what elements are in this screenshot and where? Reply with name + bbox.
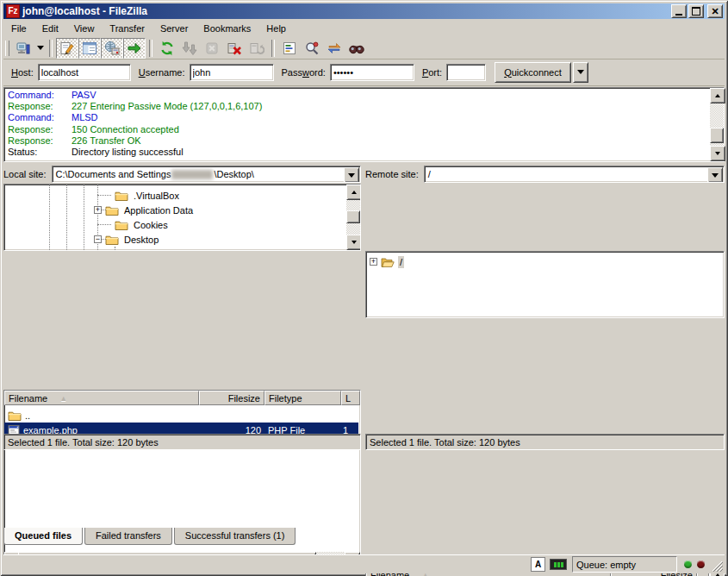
tab-successful-transfers[interactable]: Successful transfers (1)	[174, 528, 296, 545]
site-manager-icon	[16, 41, 31, 56]
tree-item-virtualbox[interactable]: .VirtualBox	[111, 188, 181, 203]
title-bar[interactable]: Fz john@localhost - FileZilla ✕	[3, 3, 725, 19]
directory-comparison-button[interactable]	[301, 38, 323, 59]
menu-bookmarks[interactable]: Bookmarks	[196, 21, 258, 36]
toggle-local-treeview-button[interactable]	[78, 38, 101, 59]
reconnect-icon	[249, 41, 264, 56]
process-queue-button[interactable]	[178, 38, 201, 59]
menu-file[interactable]: File	[3, 21, 34, 36]
disconnect-button[interactable]	[223, 38, 246, 59]
scroll-up-button[interactable]	[346, 185, 361, 200]
tree-item-application-data[interactable]: + Application Data	[94, 203, 195, 217]
minimize-button[interactable]	[671, 4, 687, 18]
refresh-button[interactable]	[156, 38, 178, 59]
collapse-icon[interactable]: −	[94, 235, 102, 243]
file-row-parent-dir[interactable]: ..	[4, 408, 358, 423]
tree-item-cookies[interactable]: Cookies	[111, 217, 170, 232]
quickconnect-dropdown-button[interactable]	[573, 62, 588, 83]
filezilla-window: Fz john@localhost - FileZilla ✕ File Edi…	[0, 0, 728, 576]
close-icon: ✕	[711, 7, 719, 16]
transfer-type-indicator-icon[interactable]: A	[531, 557, 545, 572]
quickconnect-button[interactable]: Quickconnect	[495, 62, 571, 83]
scroll-down-button[interactable]	[710, 146, 725, 161]
menu-view[interactable]: View	[66, 21, 103, 36]
toolbar-separator	[49, 40, 53, 57]
tree-guide	[84, 185, 84, 250]
menu-transfer[interactable]: Transfer	[102, 21, 152, 36]
speed-limit-icon[interactable]	[550, 559, 567, 570]
toggle-message-log-button[interactable]	[56, 38, 78, 59]
synchronized-browsing-icon	[327, 41, 342, 56]
local-site-dropdown-button[interactable]	[344, 167, 359, 183]
dropdown-arrow-icon	[348, 173, 355, 181]
disconnect-icon	[227, 41, 242, 56]
tree-guide	[49, 185, 50, 250]
tree-connector	[97, 195, 111, 196]
folder-icon	[105, 204, 119, 216]
port-input[interactable]	[446, 64, 486, 81]
expand-icon[interactable]: +	[94, 206, 102, 214]
tree-item-desktop[interactable]: − Desktop	[94, 232, 160, 247]
remote-site-combobox[interactable]: /	[424, 166, 725, 183]
local-tree-vertical-scrollbar[interactable]	[346, 185, 360, 250]
menu-server[interactable]: Server	[152, 21, 196, 36]
resize-grip[interactable]	[712, 560, 723, 572]
toggle-transfer-queue-button[interactable]	[123, 38, 146, 59]
remote-site-path: /	[428, 169, 431, 179]
log-line: Response:227 Entering Passive Mode (127,…	[4, 101, 724, 112]
site-manager-button[interactable]	[12, 38, 34, 59]
expand-icon[interactable]: +	[370, 258, 377, 266]
remote-site-dropdown-button[interactable]	[707, 167, 723, 183]
username-input[interactable]	[190, 64, 274, 81]
local-site-path-before: C:\Documents and Settings	[56, 169, 171, 179]
tab-queued-files[interactable]: Queued files	[3, 528, 83, 545]
tree-item-root[interactable]: + /	[370, 254, 404, 269]
menu-help[interactable]: Help	[258, 21, 294, 36]
log-line: Response:226 Transfer OK	[4, 135, 724, 147]
host-input[interactable]	[38, 64, 131, 81]
maximize-button[interactable]	[688, 4, 704, 18]
host-label: Host:	[11, 67, 34, 78]
column-header-filename[interactable]: Filename▲	[4, 391, 199, 405]
column-header-lastmodified[interactable]: L	[341, 391, 360, 405]
find-files-button[interactable]	[345, 38, 368, 59]
synchronized-browsing-button[interactable]	[323, 38, 345, 59]
local-site-label: Local site:	[3, 169, 47, 179]
folder-icon	[105, 234, 119, 246]
tree-connector	[97, 224, 111, 225]
local-site-bar: Local site: C:\Documents and Settings\De…	[3, 166, 361, 183]
column-header-filetype[interactable]: Filetype	[264, 391, 341, 405]
toolbar-separator	[271, 40, 275, 57]
arrow-down-icon	[352, 241, 357, 247]
scroll-down-button[interactable]	[346, 235, 361, 250]
scroll-thumb[interactable]	[346, 210, 360, 223]
reconnect-button[interactable]	[246, 38, 268, 59]
log-line: Status:Directory listing successful	[4, 147, 724, 158]
cancel-operation-button[interactable]	[201, 38, 223, 59]
column-header-filesize[interactable]: Filesize	[199, 391, 264, 405]
folder-icon	[8, 410, 22, 422]
find-files-icon	[349, 41, 364, 56]
directory-listing-filters-button[interactable]	[278, 38, 301, 59]
scroll-thumb[interactable]	[710, 128, 724, 143]
arrow-down-icon	[715, 152, 720, 158]
menu-edit[interactable]: Edit	[34, 21, 66, 36]
log-vertical-scrollbar[interactable]	[710, 88, 724, 161]
tab-failed-transfers[interactable]: Failed transfers	[84, 528, 172, 545]
message-log-icon	[59, 41, 75, 56]
toggle-remote-treeview-button[interactable]	[101, 38, 123, 59]
tree-guide	[115, 247, 115, 250]
queue-tabs: Queued files Failed transfers Successful…	[3, 528, 297, 545]
close-button[interactable]: ✕	[707, 4, 723, 18]
password-label: Password:	[282, 67, 326, 78]
log-line: Command:PASV	[4, 90, 724, 101]
log-line: Command:MLSD	[4, 112, 724, 123]
refresh-icon	[159, 41, 175, 56]
scroll-up-button[interactable]	[710, 88, 725, 103]
local-site-combobox[interactable]: C:\Documents and Settings\Desktop\	[52, 166, 361, 183]
site-manager-dropdown-button[interactable]	[34, 39, 46, 58]
process-queue-icon	[182, 41, 197, 56]
directory-comparison-icon	[304, 41, 320, 56]
local-list-header: Filename▲ Filesize Filetype L	[4, 391, 360, 405]
password-input[interactable]	[330, 64, 414, 81]
